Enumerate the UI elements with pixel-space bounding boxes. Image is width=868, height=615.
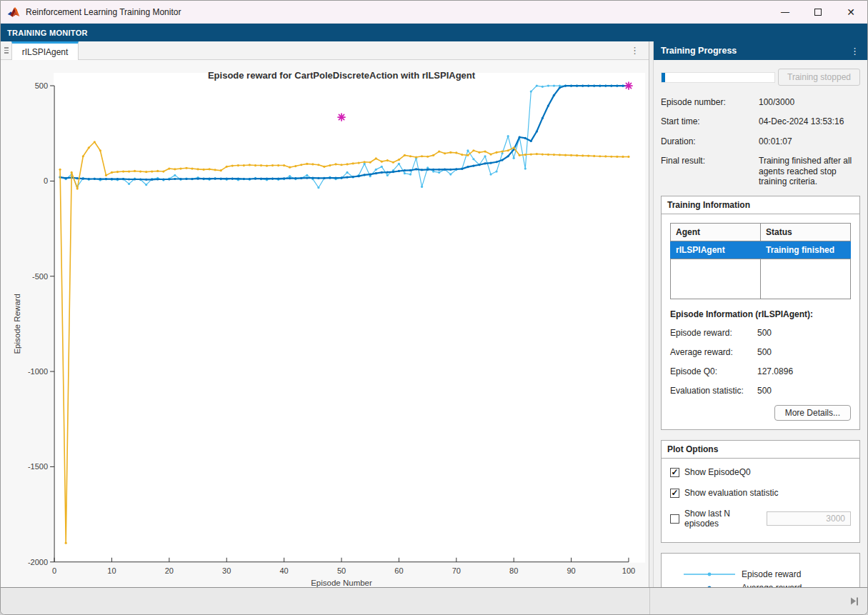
show-episodeq0-row: ✓ Show EpisodeQ0	[670, 467, 851, 477]
svg-text:Episode reward for CartPoleDis: Episode reward for CartPoleDiscreteActio…	[208, 70, 476, 81]
final-result-row: Final result: Training finished after al…	[661, 156, 860, 186]
matlab-logo-icon	[7, 6, 20, 18]
average-reward-label: Average reward:	[670, 347, 757, 357]
training-progress-content: Training stopped Episode number: 100/300…	[654, 60, 867, 587]
svg-text:10: 10	[107, 566, 116, 575]
status-bar-divider	[649, 588, 650, 614]
training-progress-fill	[662, 73, 665, 82]
svg-text:0: 0	[52, 566, 56, 575]
training-information-body: Agent Status rILSPIAgent Training finish…	[662, 214, 859, 429]
episode-number-value: 100/3000	[759, 97, 860, 107]
reward-chart[interactable]: 5000-500-1000-1500-200001020304050607080…	[1, 60, 649, 587]
agents-table-header-row: Agent Status	[671, 224, 851, 241]
plot-options-panel: Plot Options ✓ Show EpisodeQ0 ✓ Show eva…	[661, 440, 860, 543]
show-evaluation-statistic-row: ✓ Show evaluation statistic	[670, 488, 851, 498]
window-controls: — ✕	[769, 1, 867, 23]
start-time-value: 04-Dec-2024 13:53:16	[759, 116, 860, 126]
svg-text:40: 40	[280, 566, 289, 575]
main-area: rILSPIAgent ⋮ 5000-500-1000-1500-2000010…	[1, 41, 649, 587]
episode-reward-value: 500	[757, 328, 851, 338]
show-episodeq0-checkbox[interactable]: ✓	[670, 468, 679, 477]
show-last-n-episodes-checkbox[interactable]	[670, 514, 679, 524]
svg-text:0: 0	[44, 176, 48, 185]
status-column-header[interactable]: Status	[761, 224, 851, 241]
agent-status-cell: Training finished	[761, 241, 851, 259]
more-details-button[interactable]: More Details...	[774, 405, 851, 421]
episode-q0-label: Episode Q0:	[670, 366, 757, 376]
episode-number-row: Episode number: 100/3000	[661, 97, 860, 107]
show-last-n-episodes-label: Show last N episodes	[684, 509, 767, 529]
close-button[interactable]: ✕	[834, 1, 867, 23]
final-result-label: Final result:	[661, 156, 759, 186]
show-last-n-episodes-row: Show last N episodes	[670, 509, 851, 529]
duration-value: 00:01:07	[759, 136, 860, 146]
episode-reward-line-swatch	[684, 570, 735, 579]
tab-list-icon[interactable]	[1, 41, 11, 59]
training-information-header: Training Information	[662, 196, 859, 214]
legend-episode-reward: Episode reward	[684, 569, 837, 579]
show-episodeq0-label: Show EpisodeQ0	[684, 467, 751, 477]
evaluation-statistic-value: 500	[757, 386, 851, 396]
training-progress-header: Training Progress ⋮	[654, 41, 867, 60]
episode-reward-row: Episode reward: 500	[670, 328, 851, 338]
plot-options-header: Plot Options	[662, 441, 859, 459]
document-tab-strip: rILSPIAgent ⋮	[1, 41, 649, 60]
svg-text:100: 100	[622, 566, 635, 575]
svg-text:60: 60	[394, 566, 403, 575]
svg-text:30: 30	[222, 566, 231, 575]
show-evaluation-statistic-checkbox[interactable]: ✓	[670, 489, 679, 498]
start-time-label: Start time:	[661, 116, 759, 126]
window-title: Reinforcement Learning Training Monitor	[26, 7, 181, 17]
agents-table: Agent Status rILSPIAgent Training finish…	[670, 223, 851, 299]
svg-text:70: 70	[452, 566, 461, 575]
maximize-button[interactable]	[802, 1, 834, 23]
evaluation-statistic-label: Evaluation statistic:	[670, 386, 757, 396]
start-time-row: Start time: 04-Dec-2024 13:53:16	[661, 116, 860, 126]
training-information-panel: Training Information Agent Status rILSPI…	[661, 196, 860, 430]
duration-row: Duration: 00:01:07	[661, 136, 860, 146]
toolstrip: TRAINING MONITOR	[1, 24, 867, 41]
minimize-button[interactable]: —	[769, 1, 802, 23]
final-result-value: Training finished after all agents reach…	[759, 156, 860, 186]
window-body: rILSPIAgent ⋮ 5000-500-1000-1500-2000010…	[1, 41, 867, 587]
training-stopped-button[interactable]: Training stopped	[778, 69, 860, 86]
panel-menu-icon[interactable]: ⋮	[850, 46, 860, 56]
progress-row: Training stopped	[661, 69, 860, 86]
episode-q0-value: 127.0896	[757, 366, 851, 376]
svg-text:Episode Number: Episode Number	[311, 579, 372, 587]
training-progress-bar	[661, 72, 775, 83]
average-reward-row: Average reward: 500	[670, 347, 851, 357]
agent-column-header[interactable]: Agent	[671, 224, 761, 241]
tab-rilspiagent[interactable]: rILSPIAgent	[11, 41, 79, 60]
svg-text:50: 50	[337, 566, 346, 575]
tab-label: rILSPIAgent	[22, 47, 69, 57]
svg-text:90: 90	[567, 566, 575, 575]
svg-text:80: 80	[509, 566, 518, 575]
svg-text:-2000: -2000	[28, 558, 48, 566]
svg-text:Episode Reward: Episode Reward	[13, 294, 21, 354]
legend-episode-reward-label: Episode reward	[742, 569, 801, 579]
training-progress-panel: Training Progress ⋮ Training stopped Epi…	[654, 41, 867, 587]
episode-number-label: Episode number:	[661, 97, 759, 107]
title-bar: Reinforcement Learning Training Monitor …	[1, 1, 867, 24]
reward-chart-svg: 5000-500-1000-1500-200001020304050607080…	[1, 60, 649, 587]
duration-label: Duration:	[661, 136, 759, 146]
agent-name-cell: rILSPIAgent	[671, 241, 761, 259]
toolstrip-tab-training-monitor[interactable]: TRAINING MONITOR	[7, 29, 88, 37]
chart-legend: Episode reward Average reward	[661, 553, 860, 587]
svg-text:-500: -500	[32, 272, 48, 281]
show-evaluation-statistic-label: Show evaluation statistic	[684, 488, 778, 498]
svg-text:20: 20	[165, 566, 174, 575]
training-progress-title: Training Progress	[661, 46, 737, 56]
agent-row-rilspiagent[interactable]: rILSPIAgent Training finished	[671, 241, 851, 259]
collapse-panel-icon[interactable]	[851, 597, 858, 605]
episode-information-title: Episode Information (rILSPIAgent):	[670, 309, 851, 319]
evaluation-statistic-row: Evaluation statistic: 500	[670, 386, 851, 396]
agents-table-empty-row	[671, 259, 851, 299]
last-n-episodes-input[interactable]	[767, 511, 851, 526]
episode-q0-row: Episode Q0: 127.0896	[670, 366, 851, 376]
maximize-icon	[814, 9, 822, 16]
tab-overflow-menu-icon[interactable]: ⋮	[630, 41, 640, 59]
average-reward-value: 500	[757, 347, 851, 357]
app-window: Reinforcement Learning Training Monitor …	[0, 0, 868, 615]
